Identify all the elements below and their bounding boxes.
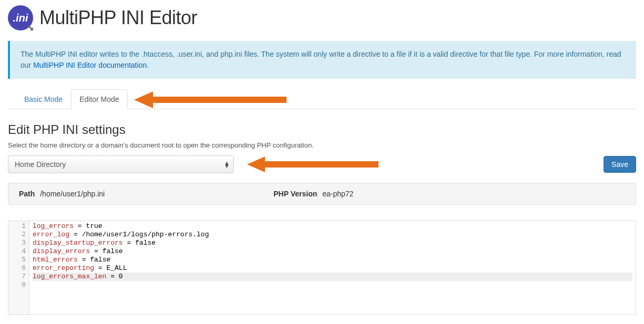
- editor-gutter: 12345678: [8, 221, 29, 315]
- code-line[interactable]: display_errors = false: [33, 247, 632, 256]
- token-val: 0: [119, 273, 123, 280]
- pencil-icon: [25, 23, 36, 33]
- gutter-line: 1: [13, 222, 26, 231]
- token-key: display_errors: [33, 247, 90, 255]
- tab-basic-mode[interactable]: Basic Mode: [16, 89, 71, 109]
- alert-doc-link[interactable]: MultiPHP INI Editor documentation: [33, 61, 147, 69]
- token-val: /home/user1/logs/php-errors.log: [82, 231, 209, 238]
- code-line[interactable]: log_errors = true: [33, 222, 632, 231]
- token-val: E_ALL: [106, 264, 127, 272]
- code-line[interactable]: html_errors = false: [33, 256, 632, 264]
- code-editor[interactable]: 12345678 log_errors = trueerror_log = /h…: [8, 221, 636, 315]
- token-op: =: [106, 273, 118, 280]
- code-line[interactable]: error_log = /home/user1/logs/php-errors.…: [33, 231, 632, 239]
- gutter-line: 3: [13, 239, 26, 247]
- app-icon: .ini: [8, 5, 33, 30]
- info-alert: The MultiPHP INI editor writes to the .h…: [8, 41, 636, 79]
- token-op: =: [74, 222, 86, 230]
- php-version-label: PHP Version: [273, 190, 317, 198]
- path-label: Path: [19, 190, 35, 198]
- app-icon-text: .ini: [13, 12, 28, 24]
- mode-tabs: Basic Mode Editor Mode: [8, 89, 636, 109]
- tab-editor-mode[interactable]: Editor Mode: [71, 89, 127, 109]
- token-op: =: [90, 247, 102, 255]
- annotation-arrow-tabs: [134, 90, 287, 109]
- annotation-arrow-select: [247, 155, 379, 173]
- token-key: error_log: [33, 231, 69, 238]
- token-key: html_errors: [33, 256, 78, 264]
- token-key: log_errors_max_len: [33, 273, 106, 280]
- code-line[interactable]: display_startup_errors = false: [33, 239, 632, 247]
- gutter-line: 7: [13, 273, 26, 281]
- token-op: =: [69, 231, 81, 238]
- location-select[interactable]: Home Directory: [8, 155, 234, 173]
- section-help: Select the home directory or a domain's …: [8, 141, 636, 149]
- section-title: Edit PHP INI settings: [8, 122, 636, 137]
- svg-marker-1: [247, 156, 379, 172]
- token-op: =: [78, 256, 90, 264]
- token-val: false: [103, 247, 123, 255]
- svg-marker-0: [134, 91, 287, 108]
- token-key: log_errors: [33, 222, 74, 230]
- path-value: /home/user1/php.ini: [40, 190, 105, 198]
- alert-text-post: .: [147, 61, 149, 69]
- code-line[interactable]: [33, 281, 632, 289]
- token-val: false: [90, 256, 110, 264]
- token-val: true: [86, 222, 102, 230]
- gutter-line: 4: [13, 247, 26, 256]
- page-title: MultiPHP INI Editor: [39, 7, 197, 29]
- gutter-line: 8: [13, 281, 26, 289]
- php-version-value: ea-php72: [322, 190, 353, 198]
- code-line[interactable]: log_errors_max_len = 0: [33, 273, 632, 281]
- save-button[interactable]: Save: [604, 156, 636, 173]
- gutter-line: 5: [13, 256, 26, 264]
- editor-code[interactable]: log_errors = trueerror_log = /home/user1…: [29, 221, 636, 315]
- token-key: display_startup_errors: [33, 239, 123, 247]
- info-bar: Path /home/user1/php.ini PHP Version ea-…: [8, 183, 636, 205]
- token-op: =: [94, 264, 106, 272]
- token-key: error_reporting: [33, 264, 94, 272]
- code-line[interactable]: error_reporting = E_ALL: [33, 264, 632, 273]
- gutter-line: 2: [13, 231, 26, 239]
- gutter-line: 6: [13, 264, 26, 273]
- token-op: =: [123, 239, 135, 247]
- token-val: false: [135, 239, 156, 247]
